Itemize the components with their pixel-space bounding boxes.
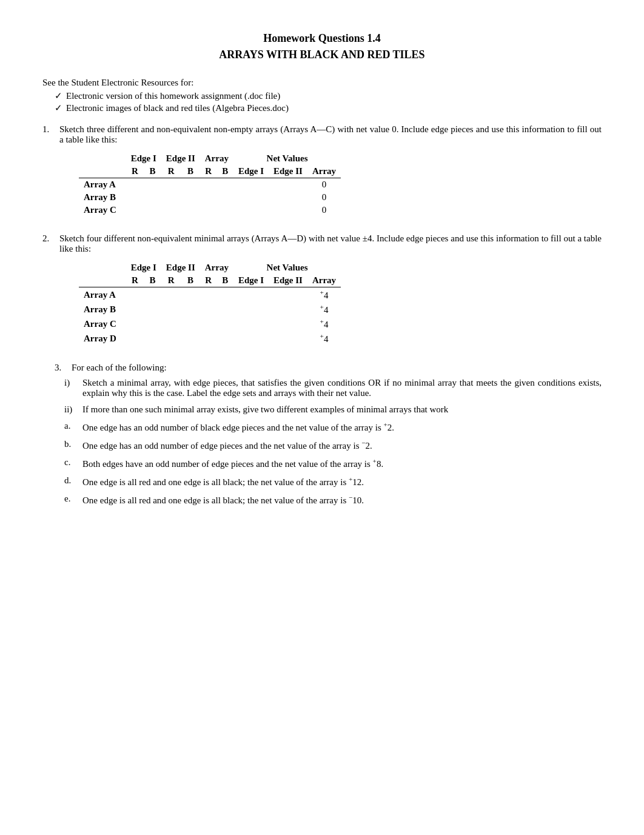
q1-arrayC-e1R (126, 204, 144, 216)
q1-row-arrayC: Array C 0 (79, 204, 341, 216)
q1-arrayA-e1R (126, 178, 144, 192)
q1-arrayA-nvE1 (233, 178, 269, 192)
q1-arrayC-arrB (217, 204, 233, 216)
q3-alpha-a: a. One edge has an odd number of black e… (64, 421, 602, 433)
q3-sub-i-label: i) (64, 378, 79, 398)
q1-arrayB-e2B (181, 191, 200, 204)
q3-number: 3. (55, 363, 67, 373)
q1-arrayB-label: Array B (79, 191, 126, 204)
q2-edge2-header: Edge II (161, 261, 200, 274)
q3-b-label: b. (64, 439, 79, 451)
q1-arrayB-nvE1 (233, 191, 269, 204)
q2-nv-edgeI: Edge I (233, 274, 269, 287)
q3-sub-i-text: Sketch a minimal array, with edge pieces… (82, 378, 602, 398)
q3-d-text: One edge is all red and one edge is all … (82, 475, 602, 488)
q1-e1-R: R (126, 165, 144, 178)
q2-arrayD-net: +4 (307, 331, 341, 346)
q2-arrayB-label: Array B (79, 302, 126, 317)
q2-table-wrapper: Edge I Edge II Array Net Values R B R B … (79, 261, 602, 346)
q2-nv-array: Array (307, 274, 341, 287)
q2-e1-B: B (144, 274, 161, 287)
q3-sub-ii-text: If more than one such minimal array exis… (82, 404, 602, 415)
q2-netval-header: Net Values (233, 261, 341, 274)
q1-arrayB-nvArr: 0 (307, 191, 341, 204)
q2-col-groups: Edge I Edge II Array Net Values (79, 261, 341, 274)
q2-arrayA-label: Array A (79, 287, 126, 303)
q2-nv-edgeII: Edge II (269, 274, 307, 287)
checklist: Electronic version of this homework assi… (55, 90, 602, 113)
q1-arrayB-arrR (200, 191, 217, 204)
q1-arrayA-nvArr: 0 (307, 178, 341, 192)
intro-see-text: See the Student Electronic Resources for… (42, 78, 602, 88)
q2-table: Edge I Edge II Array Net Values R B R B … (79, 261, 341, 346)
q2-array-header: Array (200, 261, 233, 274)
q2-e1-R: R (126, 274, 144, 287)
q1-arrayC-e2R (161, 204, 181, 216)
q2-arr-B: B (217, 274, 233, 287)
q1-nv-edgeI: Edge I (233, 165, 269, 178)
q1-arrayB-e2R (161, 191, 181, 204)
q1-arrayA-e2R (161, 178, 181, 192)
q3-sub-i-row: i) Sketch a minimal array, with edge pie… (64, 378, 602, 398)
q3-intro-row: 3. For each of the following: (55, 363, 602, 373)
q3-sub-i: i) Sketch a minimal array, with edge pie… (64, 378, 602, 398)
q1-number: 1. (42, 124, 55, 145)
q2-arrayA-net: +4 (307, 287, 341, 303)
q1-empty-header (79, 152, 126, 165)
q3-c-text: Both edges have an odd number of edge pi… (82, 457, 602, 469)
q3-alpha-c: c. Both edges have an odd number of edge… (64, 457, 602, 469)
q1-arrayA-label: Array A (79, 178, 126, 192)
q2-e2-B: B (181, 274, 200, 287)
q1-netval-header: Net Values (233, 152, 341, 165)
q2-arrayC-net: +4 (307, 317, 341, 331)
q1-arr-B: B (217, 165, 233, 178)
q1-arrayC-e2B (181, 204, 200, 216)
q1-col-groups: Edge I Edge II Array Net Values (79, 152, 341, 165)
question-2: 2. Sketch four different non-equivalent … (42, 233, 602, 346)
q2-row-arrayA: Array A +4 (79, 287, 341, 303)
checklist-item-2: Electronic images of black and red tiles… (55, 102, 602, 113)
intro-section: See the Student Electronic Resources for… (42, 78, 602, 113)
q3-c-label: c. (64, 457, 79, 469)
q1-nv-edgeII: Edge II (269, 165, 307, 178)
q1-arrayA-e1B (144, 178, 161, 192)
q1-edge1-header: Edge I (126, 152, 161, 165)
q1-arrayC-nvE1 (233, 204, 269, 216)
q3-alpha-b: b. One edge has an odd number of edge pi… (64, 439, 602, 451)
q3-sub-ii-row: ii) If more than one such minimal array … (64, 404, 602, 415)
q1-header: 1. Sketch three different and non-equiva… (42, 124, 602, 145)
q1-arrayC-e1B (144, 204, 161, 216)
q3-alpha-items: a. One edge has an odd number of black e… (64, 421, 602, 506)
q2-arrayD-label: Array D (79, 331, 126, 346)
q1-row-arrayB: Array B 0 (79, 191, 341, 204)
q1-table-wrapper: Edge I Edge II Array Net Values R B R B … (79, 152, 602, 216)
q1-e2-R: R (161, 165, 181, 178)
q3-e-text: One edge is all red and one edge is all … (82, 494, 602, 506)
q3-e-label: e. (64, 494, 79, 506)
checklist-item-1: Electronic version of this homework assi… (55, 90, 602, 101)
q2-empty-header (79, 261, 126, 274)
q1-arrayB-e1R (126, 191, 144, 204)
q1-text: Sketch three different and non-equivalen… (59, 124, 602, 145)
q2-arrayB-net: +4 (307, 302, 341, 317)
q2-edge1-header: Edge I (126, 261, 161, 274)
q3-d-label: d. (64, 475, 79, 488)
q2-row-arrayB: Array B +4 (79, 302, 341, 317)
q1-arrayA-nvE2 (269, 178, 307, 192)
q1-arrayC-arrR (200, 204, 217, 216)
q3-a-label: a. (64, 421, 79, 433)
q1-col-sub: R B R B R B Edge I Edge II Array (79, 165, 341, 178)
q3-intro-text: For each of the following: (72, 363, 167, 373)
q2-arrayC-label: Array C (79, 317, 126, 331)
q1-arrayB-e1B (144, 191, 161, 204)
q3-sub-ii: ii) If more than one such minimal array … (64, 404, 602, 415)
q2-number: 2. (42, 233, 55, 254)
q1-arrayB-arrB (217, 191, 233, 204)
q1-table: Edge I Edge II Array Net Values R B R B … (79, 152, 341, 216)
q2-sub-empty (79, 274, 126, 287)
q3-alpha-d: d. One edge is all red and one edge is a… (64, 475, 602, 488)
q3-alpha-e: e. One edge is all red and one edge is a… (64, 494, 602, 506)
q2-arr-R: R (200, 274, 217, 287)
question-1: 1. Sketch three different and non-equiva… (42, 124, 602, 216)
q1-arrayC-nvE2 (269, 204, 307, 216)
